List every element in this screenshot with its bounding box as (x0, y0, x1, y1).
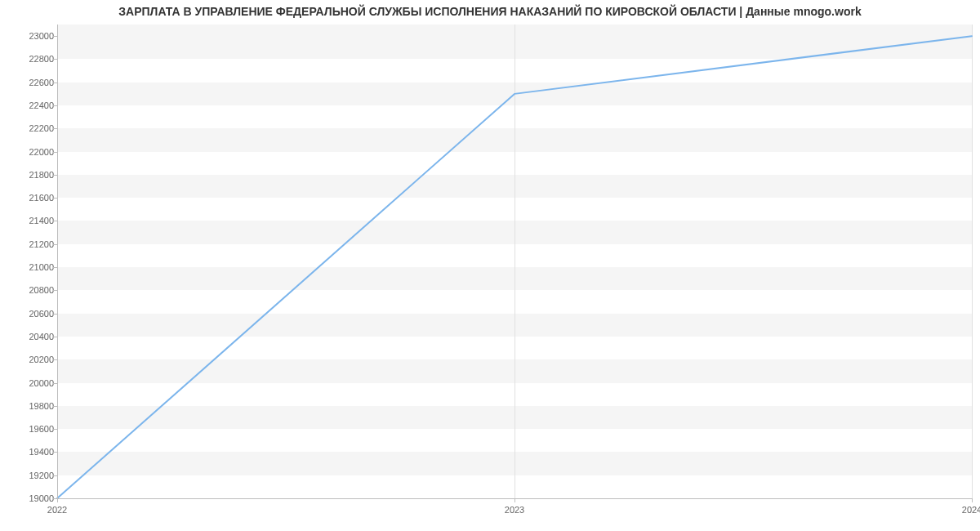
y-tick-label: 22200 (29, 123, 54, 133)
x-tick-label: 2024 (962, 505, 980, 515)
chart-title: ЗАРПЛАТА В УПРАВЛЕНИЕ ФЕДЕРАЛЬНОЙ СЛУЖБЫ… (0, 5, 980, 18)
y-tick-label: 20200 (29, 355, 54, 364)
y-tick-label: 19800 (29, 401, 54, 411)
y-tick-mark (53, 175, 57, 176)
y-tick-label: 19000 (29, 493, 54, 503)
y-tick-mark (53, 290, 57, 291)
y-tick-label: 20400 (29, 332, 54, 341)
y-tick-mark (53, 429, 57, 430)
y-tick-mark (53, 267, 57, 268)
y-tick-label: 20800 (29, 285, 54, 295)
y-tick-label: 22800 (29, 54, 54, 64)
x-tick-mark (57, 498, 58, 502)
y-tick-mark (53, 83, 57, 83)
y-tick-mark (53, 337, 57, 337)
y-tick-mark (53, 406, 57, 407)
y-tick-label: 22600 (29, 78, 54, 87)
grid-line-vertical (972, 25, 973, 498)
y-tick-label: 19600 (29, 424, 54, 434)
y-tick-mark (53, 128, 57, 129)
series-line (57, 36, 972, 498)
y-tick-label: 19400 (29, 447, 54, 457)
y-tick-mark (53, 475, 57, 476)
y-tick-label: 21200 (29, 239, 54, 249)
x-tick-mark (514, 498, 515, 502)
chart-container: ЗАРПЛАТА В УПРАВЛЕНИЕ ФЕДЕРАЛЬНОЙ СЛУЖБЫ… (0, 0, 980, 531)
y-tick-label: 23000 (29, 31, 54, 41)
y-tick-label: 21600 (29, 193, 54, 203)
y-tick-label: 21000 (29, 262, 54, 272)
y-tick-mark (53, 152, 57, 153)
y-tick-mark (53, 452, 57, 453)
y-tick-label: 19200 (29, 471, 54, 480)
y-tick-mark (53, 221, 57, 221)
y-tick-label: 22000 (29, 147, 54, 157)
y-tick-label: 20000 (29, 378, 54, 388)
plot-area (57, 25, 972, 498)
y-tick-mark (53, 244, 57, 245)
y-tick-mark (53, 359, 57, 360)
x-tick-label: 2022 (47, 505, 67, 515)
y-tick-mark (53, 105, 57, 106)
y-tick-label: 21800 (29, 170, 54, 180)
y-tick-mark (53, 198, 57, 199)
y-tick-mark (53, 36, 57, 37)
y-tick-mark (53, 59, 57, 60)
y-tick-label: 22400 (29, 100, 54, 110)
y-tick-mark (53, 383, 57, 384)
y-tick-label: 21400 (29, 216, 54, 225)
x-tick-mark (972, 498, 973, 502)
y-tick-mark (53, 314, 57, 315)
line-series-svg (57, 25, 972, 498)
y-axis-line (57, 25, 58, 498)
x-tick-label: 2023 (505, 505, 524, 515)
y-tick-label: 20600 (29, 309, 54, 319)
